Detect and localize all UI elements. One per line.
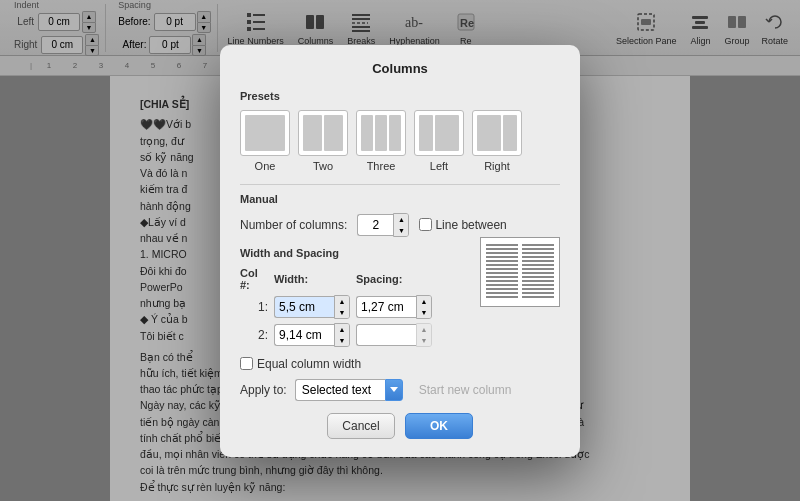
col2-spacing-stepper[interactable]: ▲ ▼ bbox=[416, 323, 432, 347]
preset-three-col1 bbox=[361, 115, 373, 151]
equal-width-checkbox[interactable] bbox=[240, 357, 253, 370]
ws-section: Width and Spacing Col #: Width: Spacing:… bbox=[240, 247, 560, 347]
manual-row: Number of columns: ▲ ▼ Line between bbox=[240, 213, 560, 237]
col2-width-stepper[interactable]: ▲ ▼ bbox=[334, 323, 350, 347]
col2-spacing-down[interactable]: ▼ bbox=[417, 335, 431, 346]
num-cols-field: ▲ ▼ bbox=[357, 213, 409, 237]
preset-left-wide bbox=[435, 115, 459, 151]
preset-left-label: Left bbox=[430, 160, 448, 172]
preset-one[interactable]: One bbox=[240, 110, 290, 172]
num-cols-up[interactable]: ▲ bbox=[394, 214, 408, 225]
col2-width-up[interactable]: ▲ bbox=[335, 324, 349, 335]
col1-label: 1: bbox=[240, 300, 268, 314]
preset-one-label: One bbox=[255, 160, 276, 172]
num-cols-stepper[interactable]: ▲ ▼ bbox=[393, 213, 409, 237]
col1-width-down[interactable]: ▼ bbox=[335, 307, 349, 318]
col1-spacing-up[interactable]: ▲ bbox=[417, 296, 431, 307]
preset-two-col2 bbox=[324, 115, 343, 151]
preset-three[interactable]: Three bbox=[356, 110, 406, 172]
preset-right-label: Right bbox=[484, 160, 510, 172]
preview-col2 bbox=[522, 244, 554, 300]
line-between-checkbox[interactable] bbox=[419, 218, 432, 231]
preset-two-label: Two bbox=[313, 160, 333, 172]
ok-button[interactable]: OK bbox=[405, 413, 473, 439]
preset-one-icon bbox=[240, 110, 290, 156]
preset-three-label: Three bbox=[367, 160, 396, 172]
preset-right-narrow bbox=[503, 115, 517, 151]
dialog-title: Columns bbox=[240, 61, 560, 76]
equal-width-row: Equal column width bbox=[240, 357, 560, 371]
col1-width-up[interactable]: ▲ bbox=[335, 296, 349, 307]
preview-box bbox=[480, 237, 560, 307]
col2-width-down[interactable]: ▼ bbox=[335, 335, 349, 346]
col-hash-label: Col #: bbox=[240, 267, 268, 291]
preset-right-icon bbox=[472, 110, 522, 156]
col1-width-stepper[interactable]: ▲ ▼ bbox=[334, 295, 350, 319]
preset-two[interactable]: Two bbox=[298, 110, 348, 172]
ws-row-2: 2: ▲ ▼ ▲ ▼ bbox=[240, 323, 560, 347]
columns-dialog: Columns Presets One Two bbox=[220, 45, 580, 457]
apply-to-label: Apply to: bbox=[240, 383, 287, 397]
col2-width-field: ▲ ▼ bbox=[274, 323, 350, 347]
manual-label: Manual bbox=[240, 193, 560, 205]
apply-to-value: Selected text bbox=[295, 379, 385, 401]
preset-three-col2 bbox=[375, 115, 387, 151]
buttons-row: Cancel OK bbox=[240, 413, 560, 439]
apply-to-select-wrapper: Selected text bbox=[295, 379, 403, 401]
col1-spacing-field: ▲ ▼ bbox=[356, 295, 432, 319]
col1-spacing-input[interactable] bbox=[356, 296, 416, 318]
presets-row: One Two Three bbox=[240, 110, 560, 172]
modal-overlay: Columns Presets One Two bbox=[0, 0, 800, 501]
dropdown-chevron-icon bbox=[390, 387, 398, 392]
line-between-label: Line between bbox=[435, 218, 506, 232]
preset-left-icon bbox=[414, 110, 464, 156]
equal-width-label: Equal column width bbox=[257, 357, 361, 371]
num-cols-label: Number of columns: bbox=[240, 218, 347, 232]
line-between-row: Line between bbox=[419, 218, 506, 232]
preset-three-col3 bbox=[389, 115, 401, 151]
preview-col1 bbox=[486, 244, 518, 300]
preset-one-col bbox=[245, 115, 285, 151]
col2-label: 2: bbox=[240, 328, 268, 342]
preset-right[interactable]: Right bbox=[472, 110, 522, 172]
num-cols-input[interactable] bbox=[357, 214, 393, 236]
apply-to-row: Apply to: Selected text Start new column bbox=[240, 379, 560, 401]
col2-spacing-input[interactable] bbox=[356, 324, 416, 346]
col2-spacing-field: ▲ ▼ bbox=[356, 323, 432, 347]
col1-spacing-down[interactable]: ▼ bbox=[417, 307, 431, 318]
preset-two-col1 bbox=[303, 115, 322, 151]
col1-spacing-stepper[interactable]: ▲ ▼ bbox=[416, 295, 432, 319]
apply-to-dropdown-btn[interactable] bbox=[385, 379, 403, 401]
preset-right-wide bbox=[477, 115, 501, 151]
col1-width-field: ▲ ▼ bbox=[274, 295, 350, 319]
preset-left[interactable]: Left bbox=[414, 110, 464, 172]
col1-width-input[interactable] bbox=[274, 296, 334, 318]
col2-spacing-up[interactable]: ▲ bbox=[417, 324, 431, 335]
divider1 bbox=[240, 184, 560, 185]
preset-three-icon bbox=[356, 110, 406, 156]
presets-label: Presets bbox=[240, 90, 560, 102]
spacing-header: Spacing: bbox=[356, 273, 432, 285]
preset-left-narrow bbox=[419, 115, 433, 151]
col2-width-input[interactable] bbox=[274, 324, 334, 346]
preset-two-icon bbox=[298, 110, 348, 156]
num-cols-down[interactable]: ▼ bbox=[394, 225, 408, 236]
width-header: Width: bbox=[274, 273, 350, 285]
cancel-button[interactable]: Cancel bbox=[327, 413, 395, 439]
ws-row-1: 1: ▲ ▼ ▲ ▼ bbox=[240, 295, 560, 319]
start-new-col-label: Start new column bbox=[419, 383, 512, 397]
